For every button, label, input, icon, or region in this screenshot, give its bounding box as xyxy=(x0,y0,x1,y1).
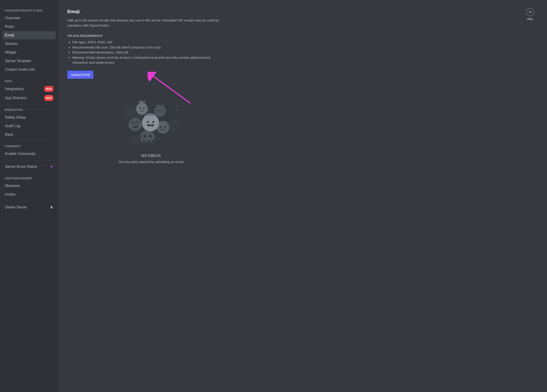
sidebar-item-label: Custom Invite Link xyxy=(5,67,53,72)
section-header-community: COMMUNITY xyxy=(3,143,56,149)
empty-state: NO EMOJI Get the party started by upload… xyxy=(67,92,235,173)
requirement-item: Recommended dimensions: 108x108 xyxy=(72,50,226,55)
section-header-user-management: USER MANAGEMENT xyxy=(3,175,56,181)
divider xyxy=(5,76,54,76)
sidebar-item-overview[interactable]: Overview xyxy=(3,14,56,22)
boost-icon xyxy=(50,165,53,168)
requirements-list: File type: JPEG, PNG, GIF Recommended fi… xyxy=(67,40,226,65)
svg-point-12 xyxy=(160,126,162,128)
empty-state-subtitle: Get the party started by uploading an em… xyxy=(119,160,184,164)
svg-point-7 xyxy=(136,103,148,115)
sidebar-item-label: App Directory xyxy=(5,95,44,101)
new-badge: NEW xyxy=(44,86,53,92)
divider xyxy=(5,160,54,160)
sidebar-item-custom-invite-link[interactable]: Custom Invite Link xyxy=(3,66,56,74)
svg-point-4 xyxy=(154,105,166,117)
sidebar-item-label: Emoji xyxy=(5,33,53,38)
requirements-header: UPLOAD REQUIREMENTS xyxy=(67,34,235,38)
close-wrap: ESC xyxy=(526,8,534,21)
sidebar-item-label: Integrations xyxy=(5,86,44,92)
svg-point-16 xyxy=(149,135,152,138)
requirement-item: Recommended file size: 256 KB (We'll com… xyxy=(72,45,226,50)
settings-sidebar: HANNAHMACREADY'S SER... Overview Roles E… xyxy=(0,0,58,392)
empty-state-art xyxy=(119,96,183,148)
sidebar-item-stickers[interactable]: Stickers xyxy=(3,40,56,48)
sidebar-item-invites[interactable]: Invites xyxy=(3,190,56,199)
divider xyxy=(5,105,54,105)
divider xyxy=(5,201,54,201)
svg-point-19 xyxy=(152,121,154,123)
sidebar-item-delete-server[interactable]: Delete Server xyxy=(3,203,56,211)
app-root: HANNAHMACREADY'S SER... Overview Roles E… xyxy=(0,0,547,392)
section-header-moderation: MODERATION xyxy=(3,107,56,113)
sidebar-item-label: Audit Log xyxy=(5,123,53,129)
sidebar-item-members[interactable]: Members xyxy=(3,182,56,190)
upload-emoji-button[interactable]: Upload Emoji xyxy=(67,71,93,79)
content-inner: Emoji Add up to 50 custom emojis that an… xyxy=(67,9,235,173)
sidebar-item-label: Roles xyxy=(5,24,53,29)
section-header-apps: APPS xyxy=(3,78,56,84)
sidebar-item-label: Overview xyxy=(5,15,53,21)
sidebar-item-label: Stickers xyxy=(5,41,53,47)
sidebar-item-label: Safety Setup xyxy=(5,115,53,120)
sidebar-item-label: Members xyxy=(5,183,53,189)
esc-label: ESC xyxy=(527,18,533,21)
sidebar-item-server-template[interactable]: Server Template xyxy=(3,57,56,65)
sidebar-item-label: Enable Community xyxy=(5,151,53,156)
page-description: Add up to 50 custom emojis that anyone c… xyxy=(67,18,226,28)
sidebar-item-label: Server Template xyxy=(5,58,53,64)
requirement-item: Naming: Emoji names must be at least 2 c… xyxy=(72,55,226,65)
sidebar-item-bans[interactable]: Bans xyxy=(3,131,56,139)
sidebar-item-label: Widget xyxy=(5,50,53,55)
sidebar-item-widget[interactable]: Widget xyxy=(3,48,56,56)
divider xyxy=(5,141,54,141)
server-name-header: HANNAHMACREADY'S SER... xyxy=(3,9,56,13)
sidebar-item-label: Bans xyxy=(5,132,53,137)
sidebar-item-server-boost-status[interactable]: Server Boost Status xyxy=(3,163,56,171)
trash-icon xyxy=(50,206,53,209)
close-icon xyxy=(528,10,532,14)
page-title: Emoji xyxy=(67,9,235,14)
svg-point-18 xyxy=(147,121,149,123)
sidebar-item-label: Invites xyxy=(5,192,53,197)
svg-point-10 xyxy=(128,118,142,131)
svg-point-17 xyxy=(142,114,159,131)
svg-point-15 xyxy=(144,135,146,138)
empty-state-title: NO EMOJI xyxy=(141,153,161,158)
sidebar-item-safety-setup[interactable]: Safety Setup xyxy=(3,113,56,121)
svg-point-13 xyxy=(164,126,166,128)
svg-point-5 xyxy=(157,110,159,111)
sidebar-item-audit-log[interactable]: Audit Log xyxy=(3,122,56,130)
sidebar-item-roles[interactable]: Roles xyxy=(3,23,56,31)
svg-point-8 xyxy=(139,108,141,109)
svg-point-9 xyxy=(143,108,144,109)
new-badge: NEW xyxy=(44,95,53,101)
sidebar-item-app-directory[interactable]: App Directory NEW xyxy=(3,94,56,102)
svg-point-6 xyxy=(161,110,163,111)
sidebar-item-integrations[interactable]: Integrations NEW xyxy=(3,85,56,93)
sidebar-item-label: Delete Server xyxy=(5,205,50,210)
sidebar-item-enable-community[interactable]: Enable Community xyxy=(3,150,56,158)
sidebar-item-emoji[interactable]: Emoji xyxy=(3,31,56,39)
divider xyxy=(67,84,235,85)
requirement-item: File type: JPEG, PNG, GIF xyxy=(72,40,226,45)
sidebar-item-label: Server Boost Status xyxy=(5,164,50,169)
content-area: Emoji Add up to 50 custom emojis that an… xyxy=(58,0,547,392)
divider xyxy=(5,173,54,173)
close-button[interactable] xyxy=(526,8,534,16)
